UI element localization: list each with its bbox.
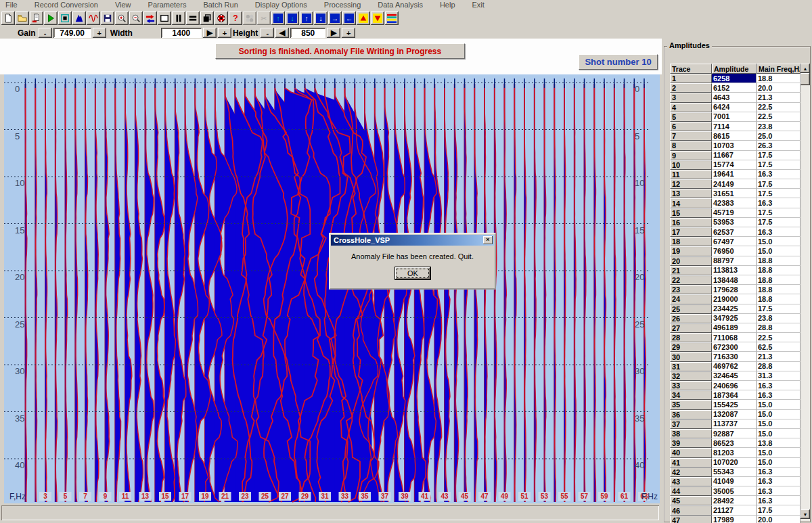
freq-cell[interactable]: 15.0 [757,246,800,256]
width-value-field[interactable]: 1400 [161,28,202,38]
move-right-button[interactable]: → [328,12,342,25]
gain-down-button[interactable] [371,12,384,25]
rectangle-button[interactable] [158,12,171,25]
freq-cell[interactable]: 17.5 [757,208,800,218]
trace-cell[interactable]: 2 [670,83,712,93]
trace-cell[interactable]: 34 [670,390,712,400]
table-row[interactable]: 122414917.5 [670,179,800,189]
save-button[interactable] [101,12,114,25]
amplitude-cell[interactable]: 21127 [712,505,757,515]
trace-cell[interactable]: 1 [670,74,712,83]
table-row[interactable]: 2967230062.5 [670,342,800,352]
column-header-trace[interactable]: Trace [670,64,712,74]
table-row[interactable]: 7861525.0 [670,131,800,141]
trace-cell[interactable]: 28 [670,333,712,342]
table-row[interactable]: 2749618928.8 [670,323,800,333]
trace-cell[interactable]: 36 [670,410,712,419]
height-prev-button[interactable]: ◀ [275,28,289,38]
amplitude-cell[interactable]: 11667 [712,151,757,160]
amplitude-cell[interactable]: 132087 [712,410,757,419]
trace-cell[interactable]: 12 [670,179,712,189]
amplitude-cell[interactable]: 88797 [712,256,757,266]
trace-cell[interactable]: 31 [670,362,712,371]
trace-cell[interactable]: 44 [670,486,712,496]
close-icon[interactable]: × [483,236,493,244]
freq-cell[interactable]: 15.0 [757,458,800,468]
waveform-button[interactable] [87,12,100,25]
amplitude-cell[interactable]: 138448 [712,275,757,285]
menu-item-batch-run[interactable]: Batch Run [202,1,239,9]
menu-item-exit[interactable]: Exit [471,1,486,9]
amplitude-cell[interactable]: 76950 [712,246,757,256]
table-row[interactable]: 3613208715.0 [670,410,800,419]
table-row[interactable]: 91166717.5 [670,151,800,160]
table-row[interactable]: 186749715.0 [670,237,800,246]
freq-cell[interactable]: 17.5 [757,151,800,160]
freq-cell[interactable]: 20.0 [757,83,800,93]
trace-cell[interactable]: 27 [670,323,712,333]
equalize-button[interactable] [186,12,200,25]
amplitude-cell[interactable]: 716330 [712,352,757,361]
trace-cell[interactable]: 47 [670,516,712,523]
width-next-button[interactable]: ▶ [203,28,217,38]
freq-cell[interactable]: 15.0 [757,237,800,246]
column-header-amplitude[interactable]: Amplitude [712,64,757,74]
table-row[interactable]: 3071633021.3 [670,352,800,361]
scroll-up-button[interactable]: ▲ [800,64,810,73]
freq-cell[interactable]: 21.3 [757,352,800,361]
table-row[interactable]: 471798920.0 [670,516,800,523]
trace-cell[interactable]: 16 [670,218,712,227]
trace-cell[interactable]: 6 [670,122,712,131]
table-row[interactable]: 5700122.5 [670,112,800,122]
table-row[interactable]: 111964116.3 [670,170,800,179]
table-row[interactable]: 1625818.8 [670,74,800,83]
table-row[interactable]: 434104916.3 [670,477,800,486]
trace-cell[interactable]: 46 [670,505,712,515]
amplitude-cell[interactable]: 219000 [712,294,757,304]
trace-cell[interactable]: 33 [670,381,712,390]
freq-cell[interactable]: 31.3 [757,371,800,381]
amplitude-cell[interactable]: 496189 [712,323,757,333]
amplitude-cell[interactable]: 6424 [712,103,757,112]
freq-cell[interactable]: 16.3 [757,390,800,400]
freq-cell[interactable]: 28.8 [757,362,800,371]
menu-item-file[interactable]: File [4,1,19,9]
freq-cell[interactable]: 15.0 [757,448,800,457]
freq-cell[interactable]: 16.3 [757,468,800,477]
wiggle-plot[interactable]: 0055101015152020252530303535404035791113… [0,74,662,505]
trace-cell[interactable]: 26 [670,314,712,323]
amplitudes-table[interactable]: TraceAmplitudeMain Freq,Hz1625818.826152… [670,64,800,523]
freq-cell[interactable]: 13.8 [757,438,800,448]
zoom-out-button[interactable] [129,12,143,25]
height-plus-button[interactable]: + [342,28,355,38]
table-row[interactable]: 425534316.3 [670,468,800,477]
palette-button[interactable] [385,12,399,25]
amplitude-cell[interactable]: 187364 [712,390,757,400]
menu-item-parameters[interactable]: Parameters [147,1,188,9]
amplitude-cell[interactable]: 155425 [712,400,757,409]
table-row[interactable]: 3711373715.0 [670,419,800,429]
amplitude-cell[interactable]: 10703 [712,141,757,150]
freq-cell[interactable]: 17.5 [757,160,800,170]
amplitude-cell[interactable]: 53953 [712,218,757,227]
height-value-field[interactable]: 850 [290,28,325,38]
menu-item-display-options[interactable]: Display Options [254,1,309,9]
trace-cell[interactable]: 45 [670,496,712,505]
help-button[interactable]: ? [229,12,242,25]
freq-cell[interactable]: 15.0 [757,400,800,409]
trace-cell[interactable]: 30 [670,352,712,361]
table-row[interactable]: 4642422.5 [670,103,800,112]
menu-item-data-analysis[interactable]: Data Analysis [376,1,424,9]
freq-cell[interactable]: 23.8 [757,314,800,323]
table-row[interactable]: 398652313.8 [670,438,800,448]
amplitude-cell[interactable]: 67497 [712,237,757,246]
trace-cell[interactable]: 3 [670,93,712,102]
amplitude-cell[interactable]: 107020 [712,458,757,468]
menu-item-processing[interactable]: Processing [323,1,362,9]
amplitude-cell[interactable]: 86523 [712,438,757,448]
trace-cell[interactable]: 14 [670,198,712,208]
trace-cell[interactable]: 41 [670,458,712,468]
amplitude-cell[interactable]: 41049 [712,477,757,486]
freq-cell[interactable]: 22.5 [757,103,800,112]
cut-button[interactable]: ✂ [257,12,271,25]
